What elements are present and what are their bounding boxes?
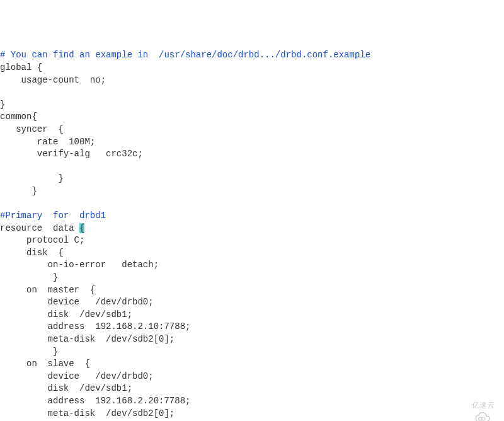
code-line: #Primary for drbd1 (0, 210, 504, 222)
code-line: address 192.168.2.10:7788; (0, 321, 504, 333)
code-line: protocol C; (0, 234, 504, 247)
code-line (0, 86, 504, 99)
code-line: } (0, 99, 504, 112)
code-line: address 192.168.2.20:7788; (0, 395, 504, 408)
code-line: } (0, 173, 504, 185)
code-line: # You can find an example in /usr/share/… (0, 49, 504, 62)
code-text: } (0, 173, 64, 183)
comment-text: #Primary for drbd1 (0, 211, 106, 221)
code-text: global { (0, 62, 42, 72)
code-text: } (0, 347, 58, 357)
code-line: meta-disk /dev/sdb2[0]; (0, 408, 504, 420)
svg-point-1 (481, 417, 484, 420)
code-line: on-io-error detach; (0, 259, 504, 272)
code-line: disk { (0, 247, 504, 260)
code-line: } (0, 185, 504, 198)
code-line: on slave { (0, 358, 504, 371)
code-text: disk /dev/sdb1; (0, 309, 132, 320)
code-text: address 192.168.2.20:7788; (0, 396, 190, 406)
code-line (0, 198, 504, 211)
code-line: resource data { (0, 222, 504, 235)
code-line: device /dev/drbd0; (0, 296, 504, 309)
code-text: disk { (0, 248, 64, 258)
code-line: syncer { (0, 124, 504, 136)
code-container: # You can find an example in /usr/share/… (0, 49, 504, 421)
code-text: on-io-error detach; (0, 260, 159, 270)
code-text: usage-count no; (0, 75, 106, 85)
cursor-highlight: { (79, 223, 84, 233)
svg-point-0 (478, 417, 481, 420)
code-text: } (0, 100, 5, 110)
cloud-logo-icon (452, 399, 469, 412)
code-line: on master { (0, 284, 504, 297)
code-text: verify-alg crc32c; (0, 149, 143, 159)
comment-text: # You can find an example in /usr/share/… (0, 50, 370, 60)
code-text: resource data (0, 223, 79, 233)
code-line: rate 100M; (0, 136, 504, 149)
code-line: } (0, 272, 504, 284)
code-text: meta-disk /dev/sdb2[0]; (0, 334, 175, 344)
code-line: device /dev/drbd0; (0, 371, 504, 383)
watermark: 亿速云 (452, 399, 495, 412)
code-text: on slave { (0, 359, 90, 369)
code-line: disk /dev/sdb1; (0, 383, 504, 395)
code-text: on master { (0, 285, 95, 295)
code-line (0, 161, 504, 173)
code-text: meta-disk /dev/sdb2[0]; (0, 408, 175, 418)
code-line: usage-count no; (0, 74, 504, 87)
code-text: protocol C; (0, 235, 84, 245)
code-text: } (0, 186, 37, 196)
code-text: device /dev/drbd0; (0, 297, 154, 307)
code-line: verify-alg crc32c; (0, 148, 504, 161)
code-line: disk /dev/sdb1; (0, 309, 504, 321)
code-text: address 192.168.2.10:7788; (0, 321, 190, 332)
code-line: common{ (0, 111, 504, 124)
code-line: global { (0, 62, 504, 74)
code-text: rate 100M; (0, 137, 95, 147)
watermark-text: 亿速云 (472, 400, 495, 411)
code-text: disk /dev/sdb1; (0, 383, 132, 393)
code-line: meta-disk /dev/sdb2[0]; (0, 333, 504, 346)
code-text: syncer { (0, 124, 64, 134)
code-text: common{ (0, 112, 37, 122)
code-text: } (0, 272, 58, 282)
code-text: device /dev/drbd0; (0, 371, 154, 381)
code-line: } (0, 346, 504, 359)
